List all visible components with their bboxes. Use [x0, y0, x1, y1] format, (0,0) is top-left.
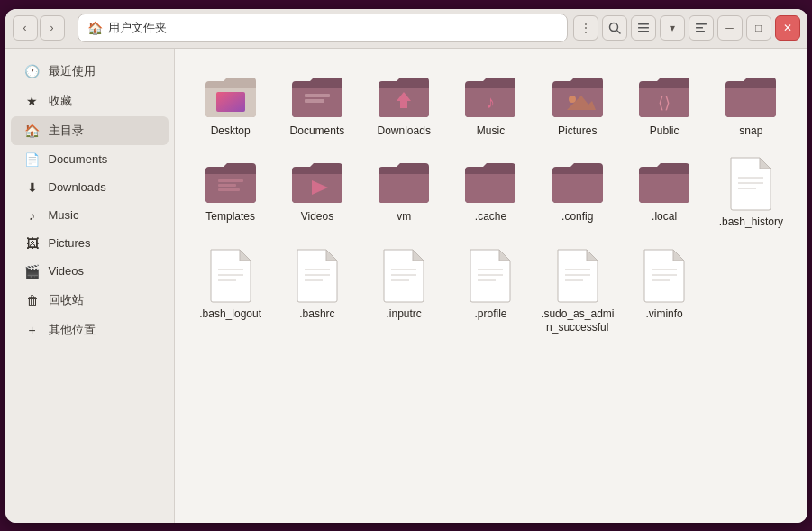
sidebar-label-trash: 回收站 [49, 292, 84, 308]
folder-icon-desktop [202, 70, 260, 121]
file-label-bashrc: .bashrc [299, 307, 334, 322]
file-item-desktop[interactable]: Desktop [189, 63, 272, 146]
options-icon [695, 22, 707, 34]
folder-icon-vm [375, 156, 433, 206]
view-toggle-button[interactable]: ▾ [660, 15, 685, 41]
sidebar-item-downloads[interactable]: ⬇ Downloads [11, 174, 169, 201]
search-button[interactable] [602, 15, 627, 41]
folder-icon-public: ⟨⟩ [635, 70, 693, 121]
address-bar[interactable]: 🏠 用户文件夹 [78, 14, 568, 42]
sidebar-item-pictures[interactable]: 🖼 Pictures [11, 230, 169, 257]
file-label-bash-logout: .bash_logout [199, 307, 261, 322]
search-icon [608, 22, 621, 34]
file-item-bash-logout[interactable]: .bash_logout [189, 241, 272, 343]
address-text: 用户文件夹 [108, 20, 167, 36]
file-item-sudo-admin[interactable]: .sudo_as_admin_successful [536, 241, 619, 343]
list-view-button[interactable] [631, 15, 656, 41]
documents-icon: 📄 [25, 152, 40, 167]
file-label-templates: Templates [205, 210, 255, 224]
file-item-local[interactable]: .local [623, 149, 706, 237]
downloads-icon: ⬇ [25, 180, 40, 195]
sidebar-label-music: Music [49, 208, 79, 222]
file-label-desktop: Desktop [211, 124, 251, 139]
file-label-profile: .profile [474, 307, 506, 322]
file-label-downloads: Downloads [378, 124, 431, 139]
file-label-bash-history: .bash_history [719, 215, 783, 230]
file-item-documents[interactable]: Documents [276, 63, 359, 146]
svg-rect-6 [696, 27, 703, 29]
folder-icon-local [635, 156, 693, 206]
sidebar-item-videos[interactable]: 🎬 Videos [11, 258, 169, 285]
close-button[interactable]: ✕ [775, 15, 800, 41]
file-label-config: .config [561, 210, 593, 224]
svg-rect-2 [638, 23, 649, 25]
file-item-downloads[interactable]: Downloads [362, 63, 445, 146]
file-label-sudo-admin: .sudo_as_admin_successful [540, 307, 616, 335]
view-options-button[interactable] [689, 15, 714, 41]
file-item-inputrc[interactable]: .inputrc [362, 241, 445, 343]
svg-rect-9 [305, 94, 330, 97]
file-label-cache: .cache [475, 210, 506, 224]
file-icon-inputrc [380, 248, 427, 304]
menu-button[interactable]: ⋮ [573, 15, 598, 41]
file-item-profile[interactable]: .profile [449, 241, 532, 343]
file-item-config[interactable]: .config [536, 149, 619, 237]
back-button[interactable]: ‹ [13, 15, 38, 41]
file-label-inputrc: .inputrc [387, 307, 422, 322]
svg-line-1 [616, 31, 620, 34]
sidebar-item-trash[interactable]: 🗑 回收站 [11, 286, 169, 315]
sidebar-label-recent: 最近使用 [49, 63, 96, 79]
file-item-public[interactable]: ⟨⟩ Public [623, 63, 706, 146]
file-label-local: .local [652, 210, 677, 224]
folder-icon-config [549, 156, 607, 206]
svg-rect-3 [638, 27, 649, 29]
list-view-icon [637, 22, 650, 34]
sidebar: 🕐 最近使用 ★ 收藏 🏠 主目录 📄 Documents ⬇ Download… [5, 49, 175, 523]
file-item-cache[interactable]: .cache [449, 149, 532, 237]
file-icon-bash-logout [207, 248, 254, 304]
sidebar-item-music[interactable]: ♪ Music [11, 202, 169, 229]
svg-rect-10 [305, 99, 324, 103]
file-item-music[interactable]: ♪ Music [449, 63, 532, 146]
music-icon: ♪ [25, 208, 40, 223]
sidebar-item-other[interactable]: + 其他位置 [11, 316, 169, 344]
file-item-bashrc[interactable]: .bashrc [276, 241, 359, 343]
pictures-icon: 🖼 [25, 236, 40, 251]
svg-text:♪: ♪ [486, 92, 495, 112]
other-icon: + [25, 323, 40, 337]
file-item-viminfo[interactable]: .viminfo [623, 241, 706, 343]
file-item-vm[interactable]: vm [362, 149, 445, 237]
svg-rect-5 [696, 23, 707, 25]
file-icon-sudo-admin [554, 248, 601, 304]
file-item-videos[interactable]: Videos [276, 149, 359, 237]
sidebar-item-favorites[interactable]: ★ 收藏 [11, 87, 169, 115]
sidebar-item-recent[interactable]: 🕐 最近使用 [11, 57, 169, 86]
sidebar-label-documents: Documents [49, 152, 108, 166]
sidebar-item-documents[interactable]: 📄 Documents [11, 146, 169, 173]
file-label-snap: snap [739, 124, 762, 139]
minimize-button[interactable]: ─ [717, 15, 743, 41]
file-area: Desktop Documents [175, 49, 807, 523]
main-content: 🕐 最近使用 ★ 收藏 🏠 主目录 📄 Documents ⬇ Download… [5, 49, 807, 523]
folder-icon-documents [288, 70, 346, 121]
file-icon-viminfo [641, 248, 688, 304]
file-item-bash-history[interactable]: .bash_history [709, 149, 792, 237]
sidebar-item-home[interactable]: 🏠 主目录 [11, 116, 169, 145]
file-item-snap[interactable]: snap [709, 63, 792, 146]
svg-rect-7 [696, 31, 705, 32]
file-label-pictures: Pictures [558, 124, 597, 139]
file-grid: Desktop Documents [189, 63, 793, 343]
svg-rect-8 [216, 92, 245, 112]
file-icon-bash-history [727, 156, 774, 212]
file-item-pictures[interactable]: Pictures [536, 63, 619, 146]
file-icon-bashrc [294, 248, 341, 304]
folder-icon-snap [722, 70, 780, 121]
file-label-public: Public [650, 124, 680, 139]
sidebar-label-videos: Videos [49, 264, 85, 278]
forward-button[interactable]: › [40, 15, 65, 41]
recent-icon: 🕐 [25, 64, 40, 78]
file-item-templates[interactable]: Templates [189, 149, 272, 237]
folder-icon-videos [288, 156, 346, 206]
svg-rect-16 [218, 179, 243, 182]
maximize-button[interactable]: □ [746, 15, 771, 41]
